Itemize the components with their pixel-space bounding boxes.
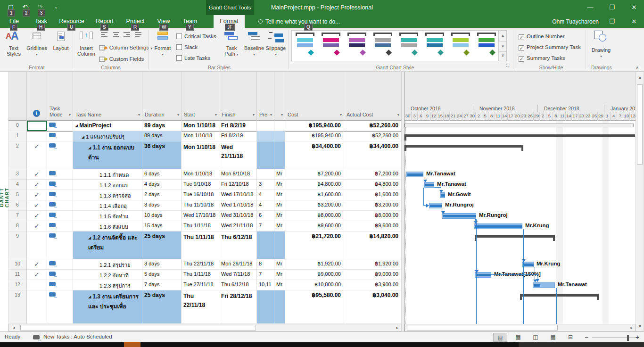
task-name-cell[interactable]: 1.1.4 เลือกอุ <box>73 200 142 211</box>
actual-cost-cell[interactable]: ฿9,000.00 <box>344 270 402 280</box>
task-bar[interactable] <box>429 203 442 208</box>
duration-cell[interactable]: 36 days <box>142 141 182 169</box>
row-number[interactable]: 1 <box>8 131 27 141</box>
cost-cell[interactable]: ฿8,000.00 <box>285 211 344 221</box>
predecessors-cell[interactable] <box>257 141 274 169</box>
finish-date-cell[interactable]: Mon 8/10/18 <box>219 169 257 180</box>
baseline-button[interactable]: Baseline▾ <box>243 30 265 64</box>
gantt-chart-style-gallery[interactable] <box>291 30 499 61</box>
checkbox-icon[interactable]: ✓ <box>519 34 524 40</box>
actual-cost-cell[interactable]: ฿1,920.00 <box>344 259 402 270</box>
predecessors-cell[interactable] <box>257 169 274 180</box>
task-usage-view-icon[interactable]: ▦ <box>511 333 525 342</box>
report-view-icon[interactable]: ⊟ <box>563 333 578 342</box>
actual-cost-cell[interactable]: ฿52,260.00 <box>344 121 402 131</box>
predecessors-cell[interactable]: 7 <box>257 221 274 231</box>
resource-names-cell[interactable]: Mr <box>274 259 285 270</box>
close-button[interactable]: ✕ <box>627 2 641 13</box>
task-mode-cell[interactable] <box>47 141 73 169</box>
resource-names-cell[interactable] <box>274 141 285 169</box>
filter-arrow-icon[interactable]: ▾ <box>69 113 71 117</box>
format-bar-styles-button[interactable]: Format▾ <box>152 30 173 64</box>
ribbon-close-icon[interactable]: ✕ <box>627 16 641 27</box>
task-bar[interactable] <box>533 282 555 288</box>
task-mode-cell[interactable] <box>47 211 73 221</box>
task-mode-cell[interactable] <box>47 169 73 180</box>
task-bar[interactable] <box>406 172 423 177</box>
finish-date-cell[interactable]: Wed 17/10/18 <box>219 190 257 200</box>
layout-button[interactable]: Layout <box>50 30 72 64</box>
column-header-duration[interactable]: Duration▾ <box>142 72 182 121</box>
resource-names-cell[interactable]: Mr <box>274 180 285 190</box>
start-date-cell[interactable]: Mon 1/10/18 <box>182 121 219 131</box>
filter-arrow-icon[interactable]: ▾ <box>340 113 342 117</box>
task-mode-cell[interactable] <box>47 200 73 211</box>
checkbox-summary-tasks[interactable]: ✓Summary Tasks <box>519 53 565 63</box>
resource-names-cell[interactable] <box>274 231 285 259</box>
actual-cost-cell[interactable]: ฿8,000.00 <box>344 211 402 221</box>
cost-cell[interactable]: ฿21,720.00 <box>285 231 344 259</box>
info-cell[interactable]: ✓ <box>27 221 47 231</box>
start-date-cell[interactable]: Tue 16/10/18 <box>182 190 219 200</box>
predecessors-cell[interactable]: 7 <box>257 270 274 280</box>
row-number[interactable]: 0 <box>8 121 27 131</box>
align-center-icon[interactable] <box>111 31 121 39</box>
duration-cell[interactable]: 3 days <box>142 200 182 211</box>
cost-cell[interactable]: ฿9,000.00 <box>285 270 344 280</box>
start-date-cell[interactable]: Thu 1/11/18 <box>182 221 219 231</box>
resource-names-cell[interactable]: Mr <box>274 211 285 221</box>
checkbox-project-summary-task[interactable]: ✓Project Summary Task <box>519 42 581 52</box>
gallery-more-icon[interactable]: ⊻ <box>499 51 506 61</box>
chart-vertical-scrollbar[interactable]: ▲ ▼ <box>636 72 644 331</box>
finish-date-cell[interactable]: Thu 6/12/18 <box>219 231 257 259</box>
gridlines-button[interactable]: Gridlines▾ <box>25 30 49 64</box>
resource-names-cell[interactable] <box>274 290 285 324</box>
info-cell[interactable] <box>27 290 47 324</box>
task-mode-cell[interactable] <box>47 221 73 231</box>
task-name-cell[interactable]: ◢1 แผนงานปรับปรุ <box>73 131 142 141</box>
row-number[interactable]: 7 <box>8 211 27 221</box>
taskbar-tray-segment[interactable] <box>519 342 644 347</box>
task-mode-cell[interactable] <box>47 270 73 280</box>
row-number[interactable]: 10 <box>8 259 27 270</box>
finish-date-cell[interactable]: Wed 7/11/18 <box>219 270 257 280</box>
info-cell[interactable] <box>27 280 47 290</box>
actual-cost-cell[interactable]: ฿14,820.00 <box>344 231 402 259</box>
table-scroll-left-icon[interactable]: ◂ <box>13 325 15 330</box>
gantt-style-option[interactable] <box>321 33 345 60</box>
summary-task-bar[interactable] <box>405 145 523 148</box>
gantt-style-option[interactable] <box>295 33 319 60</box>
task-name-cell[interactable]: 1.1.5 จัดทำแ <box>73 211 142 221</box>
column-header-finish[interactable]: Finish▾ <box>219 72 257 121</box>
custom-fields-button[interactable]: ✱ Custom Fields <box>99 54 144 64</box>
actual-cost-cell[interactable]: ฿9,600.00 <box>344 221 402 231</box>
cost-cell[interactable]: ฿4,800.00 <box>285 180 344 190</box>
duration-cell[interactable]: 6 days <box>142 169 182 180</box>
column-header-cost[interactable]: Cost▾ <box>285 72 344 121</box>
row-number[interactable]: 2 <box>8 141 27 169</box>
row-number[interactable]: 13 <box>8 290 27 324</box>
restore-button[interactable]: ❐ <box>605 2 619 13</box>
column-header-resources[interactable]: ▾ <box>274 72 285 121</box>
align-left-icon[interactable] <box>100 31 109 39</box>
start-date-cell[interactable]: Mon 1/10/18 <box>182 141 219 169</box>
info-cell[interactable]: ✓ <box>27 141 47 169</box>
task-name-cell[interactable]: 1.1.1 กำหนด <box>73 169 142 180</box>
task-bar[interactable] <box>440 192 445 198</box>
task-mode-cell[interactable] <box>47 280 73 290</box>
task-mode-cell[interactable] <box>47 259 73 270</box>
predecessors-cell[interactable]: 4 <box>257 200 274 211</box>
cost-cell[interactable]: ฿1,920.00 <box>285 259 344 270</box>
task-name-cell[interactable]: ◢1.2 งานจัดซื้อ และเตรียม <box>73 231 142 259</box>
gantt-style-option[interactable] <box>424 33 448 60</box>
zoom-out-button[interactable]: − <box>585 333 588 341</box>
info-cell[interactable] <box>27 131 47 141</box>
filter-arrow-icon[interactable]: ▾ <box>138 113 140 117</box>
duration-cell[interactable]: 2 days <box>142 190 182 200</box>
resource-names-cell[interactable]: Mr <box>274 270 285 280</box>
row-number[interactable]: 6 <box>8 200 27 211</box>
task-mode-cell[interactable] <box>47 190 73 200</box>
actual-cost-cell[interactable]: ฿3,040.00 <box>344 290 402 324</box>
finish-date-cell[interactable]: Wed 21/11/18 <box>219 141 257 169</box>
filter-arrow-icon[interactable]: ▾ <box>215 113 217 117</box>
